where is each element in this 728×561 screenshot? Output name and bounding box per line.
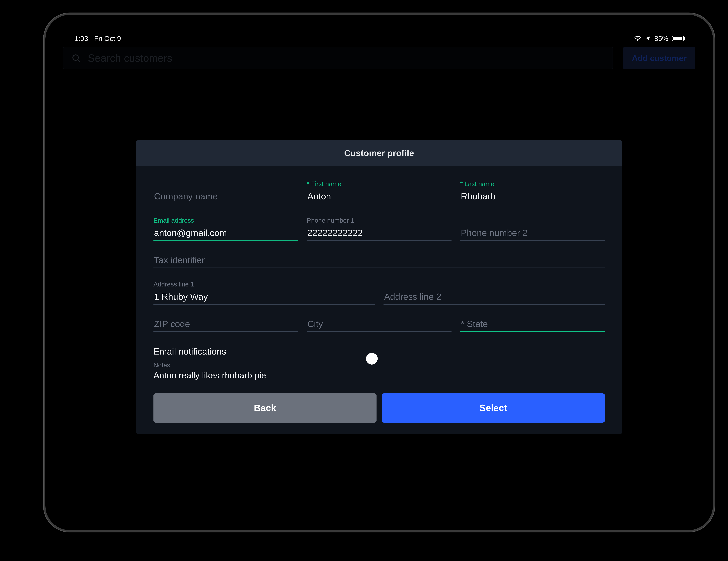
state-field[interactable]: * State	[460, 315, 605, 332]
address1-input[interactable]: 1 Rhuby Way	[153, 290, 375, 305]
email-input[interactable]: anton@gmail.com	[153, 226, 298, 241]
last-name-label: * Last name	[460, 180, 605, 188]
first-name-input[interactable]: Anton	[307, 189, 451, 204]
battery-pct: 85%	[654, 35, 668, 43]
notes-label: Notes	[153, 362, 605, 369]
last-name-field[interactable]: * Last name Rhubarb	[460, 178, 605, 204]
state-input[interactable]: * State	[460, 317, 605, 332]
svg-line-2	[78, 60, 80, 62]
first-name-label: * First name	[307, 180, 451, 188]
last-name-input[interactable]: Rhubarb	[460, 189, 605, 204]
phone1-input[interactable]: 22222222222	[307, 226, 451, 241]
address2-field[interactable]: . Address line 2	[384, 278, 605, 305]
address2-input[interactable]: Address line 2	[384, 290, 605, 305]
notes-input[interactable]: Anton really likes rhubarb pie	[153, 370, 605, 380]
first-name-field[interactable]: * First name Anton	[307, 178, 451, 204]
status-bar: 1:03 Fri Oct 9 85%	[64, 33, 694, 44]
search-icon	[71, 53, 81, 63]
email-notifications-label: Email notifications	[153, 346, 226, 357]
ipad-screen: 1:03 Fri Oct 9 85%	[59, 28, 700, 517]
search-placeholder: Search customers	[88, 52, 604, 64]
notes-field[interactable]: Notes Anton really likes rhubarb pie	[153, 362, 605, 380]
location-icon	[645, 36, 651, 41]
email-field[interactable]: Email address anton@gmail.com	[153, 214, 298, 241]
battery-icon	[672, 36, 684, 41]
search-bar[interactable]: Search customers	[63, 47, 613, 69]
city-field[interactable]: City	[307, 315, 451, 332]
zip-input[interactable]: ZIP code	[153, 317, 298, 332]
phone1-field[interactable]: Phone number 1 22222222222	[307, 214, 451, 241]
select-button[interactable]: Select	[382, 394, 605, 423]
company-name-input[interactable]: Company name	[153, 189, 298, 204]
modal-title: Customer profile	[136, 140, 622, 166]
address1-label: Address line 1	[153, 280, 375, 288]
ipad-frame: 1:03 Fri Oct 9 85%	[44, 13, 715, 532]
zip-field[interactable]: ZIP code	[153, 315, 298, 332]
add-customer-button[interactable]: Add customer	[623, 47, 696, 69]
phone2-field[interactable]: . Phone number 2	[460, 214, 605, 241]
phone1-label: Phone number 1	[307, 217, 451, 224]
company-name-field[interactable]: . Company name	[153, 178, 298, 204]
wifi-icon	[634, 36, 642, 41]
tax-identifier-field[interactable]: Tax identifier	[153, 251, 605, 268]
status-time: 1:03	[75, 35, 88, 42]
status-date: Fri Oct 9	[94, 35, 121, 42]
svg-point-0	[637, 41, 638, 41]
tax-identifier-input[interactable]: Tax identifier	[153, 253, 605, 268]
email-label: Email address	[153, 217, 298, 224]
customer-profile-modal: Customer profile . Company name * First …	[136, 140, 622, 434]
city-input[interactable]: City	[307, 317, 451, 332]
address1-field[interactable]: Address line 1 1 Rhuby Way	[153, 278, 375, 305]
back-button[interactable]: Back	[153, 394, 377, 423]
svg-point-1	[73, 55, 78, 60]
phone2-input[interactable]: Phone number 2	[460, 226, 605, 241]
